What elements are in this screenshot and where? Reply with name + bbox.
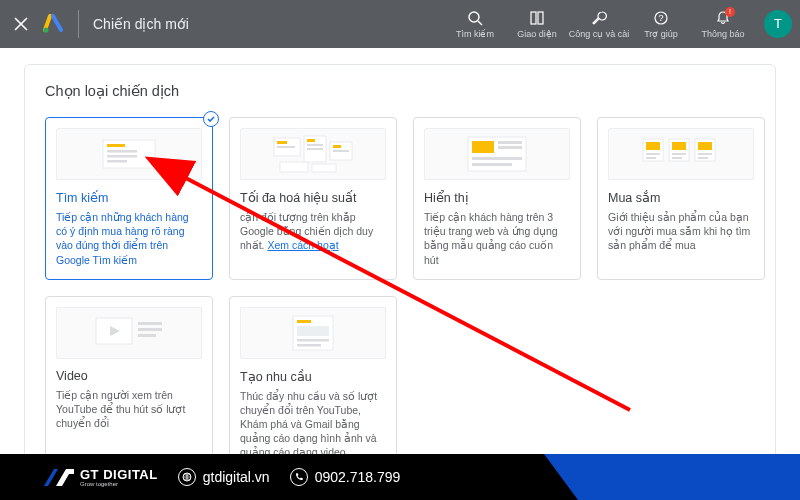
svg-rect-7 <box>107 144 125 147</box>
wrench-icon <box>591 9 607 27</box>
svg-rect-21 <box>280 162 308 172</box>
svg-point-0 <box>43 27 48 32</box>
svg-rect-8 <box>107 150 137 153</box>
svg-rect-25 <box>498 141 522 144</box>
thumb-shopping <box>608 128 754 180</box>
campaign-type-grid: Tìm kiếm Tiếp cận những khách hàng có ý … <box>45 117 755 473</box>
svg-rect-2 <box>531 12 536 24</box>
website-text: gtdigital.vn <box>203 469 270 485</box>
divider <box>78 10 79 38</box>
nav-tools[interactable]: Công cụ và cài <box>568 7 630 42</box>
phone-text: 0902.718.799 <box>315 469 401 485</box>
svg-rect-47 <box>297 320 311 323</box>
option-display[interactable]: Hiển thị Tiếp cận khách hàng trên 3 triệ… <box>413 117 581 280</box>
svg-marker-54 <box>56 469 74 486</box>
option-title: Mua sắm <box>608 190 754 205</box>
option-desc: cận đối tượng trên khắp Google bằng chiế… <box>240 210 386 253</box>
svg-marker-53 <box>44 469 58 486</box>
svg-text:?: ? <box>658 13 663 23</box>
svg-rect-49 <box>297 339 329 342</box>
campaign-type-card: Chọn loại chiến dịch Tìm kiếm Tiếp cận n… <box>24 64 776 494</box>
footer-black-bar: GT DIGITAL Grow together gtdigital.vn 09… <box>0 454 582 500</box>
nav-appearance[interactable]: Giao diện <box>506 7 568 42</box>
nav-tools-label: Công cụ và cài <box>569 30 630 40</box>
option-search[interactable]: Tìm kiếm Tiếp cận những khách hàng có ý … <box>45 117 213 280</box>
option-desc: Tiếp cận những khách hàng có ý định mua … <box>56 210 202 267</box>
brand-tagline: Grow together <box>80 481 158 487</box>
top-bar: Chiến dịch mới Tìm kiếm Giao diện Công c… <box>0 0 800 48</box>
section-title: Chọn loại chiến dịch <box>45 83 755 99</box>
option-title: Hiển thị <box>424 190 570 205</box>
svg-rect-24 <box>472 141 494 153</box>
search-icon <box>467 9 483 27</box>
page-title: Chiến dịch mới <box>93 16 189 32</box>
option-shopping[interactable]: Mua sắm Giới thiệu sản phẩm của bạn với … <box>597 117 765 280</box>
svg-rect-22 <box>312 164 336 172</box>
thumb-display <box>424 128 570 180</box>
topbar-left: Chiến dịch mới <box>8 10 189 38</box>
svg-rect-16 <box>307 144 323 146</box>
nav-notifications-label: Thông báo <box>701 30 744 40</box>
option-desc: Tiếp cận khách hàng trên 3 triệu trang w… <box>424 210 570 267</box>
svg-rect-26 <box>498 146 522 149</box>
globe-icon <box>178 468 196 486</box>
option-performance-max[interactable]: Tối đa hoá hiệu suất cận đối tượng trên … <box>229 117 397 280</box>
svg-rect-13 <box>277 146 295 148</box>
svg-rect-44 <box>138 328 162 331</box>
brand-name: GT DIGITAL <box>80 468 158 481</box>
svg-rect-3 <box>538 12 543 24</box>
brand-footer: GT DIGITAL Grow together gtdigital.vn 09… <box>0 454 800 500</box>
svg-rect-30 <box>646 142 660 150</box>
svg-rect-15 <box>307 139 315 142</box>
footer-website[interactable]: gtdigital.vn <box>178 468 270 486</box>
thumb-video <box>56 307 202 359</box>
layout-icon <box>529 9 545 27</box>
nav-appearance-label: Giao diện <box>517 30 557 40</box>
option-title: Tìm kiếm <box>56 190 202 205</box>
thumb-search <box>56 128 202 180</box>
footer-phone[interactable]: 0902.718.799 <box>290 468 401 486</box>
svg-rect-50 <box>297 344 321 347</box>
thumb-demand <box>240 307 386 359</box>
svg-rect-12 <box>277 141 287 144</box>
svg-rect-31 <box>646 153 660 155</box>
nav-search[interactable]: Tìm kiếm <box>444 7 506 42</box>
svg-point-1 <box>469 12 479 22</box>
svg-rect-20 <box>333 150 349 152</box>
help-icon: ? <box>653 9 669 27</box>
option-video[interactable]: Video Tiếp cận người xem trên YouTube để… <box>45 296 213 473</box>
svg-rect-32 <box>646 157 656 159</box>
close-icon <box>14 17 28 31</box>
bell-icon: ! <box>715 9 731 27</box>
google-ads-logo <box>42 13 64 35</box>
phone-icon <box>290 468 308 486</box>
svg-rect-45 <box>138 334 156 337</box>
svg-rect-34 <box>672 142 686 150</box>
nav-search-label: Tìm kiếm <box>456 30 494 40</box>
selected-check-icon <box>203 111 219 127</box>
notification-badge: ! <box>725 7 735 17</box>
gt-logo-mark <box>44 467 74 487</box>
option-desc: Tiếp cận người xem trên YouTube để thu h… <box>56 388 202 431</box>
page-body: Chọn loại chiến dịch Tìm kiếm Tiếp cận n… <box>0 48 800 494</box>
learn-more-link[interactable]: Xem cách hoạt <box>267 239 338 251</box>
topbar-right: Tìm kiếm Giao diện Công cụ và cài ? Trợ … <box>444 7 792 42</box>
svg-rect-39 <box>698 153 712 155</box>
nav-help-label: Trợ giúp <box>644 30 678 40</box>
option-title: Tạo nhu cầu <box>240 369 386 384</box>
svg-rect-9 <box>107 155 137 158</box>
svg-rect-40 <box>698 157 708 159</box>
svg-rect-35 <box>672 153 686 155</box>
svg-rect-48 <box>297 326 329 336</box>
nav-help[interactable]: ? Trợ giúp <box>630 7 692 42</box>
nav-notifications[interactable]: ! Thông báo <box>692 7 754 42</box>
svg-rect-10 <box>107 160 127 163</box>
close-button[interactable] <box>8 11 34 37</box>
option-demand-gen[interactable]: Tạo nhu cầu Thúc đẩy nhu cầu và số lượt … <box>229 296 397 473</box>
svg-rect-28 <box>472 163 512 166</box>
avatar[interactable]: T <box>764 10 792 38</box>
option-title: Tối đa hoá hiệu suất <box>240 190 386 205</box>
option-desc: Thúc đẩy nhu cầu và số lượt chuyển đổi t… <box>240 389 386 460</box>
svg-rect-17 <box>307 148 323 150</box>
svg-rect-36 <box>672 157 682 159</box>
